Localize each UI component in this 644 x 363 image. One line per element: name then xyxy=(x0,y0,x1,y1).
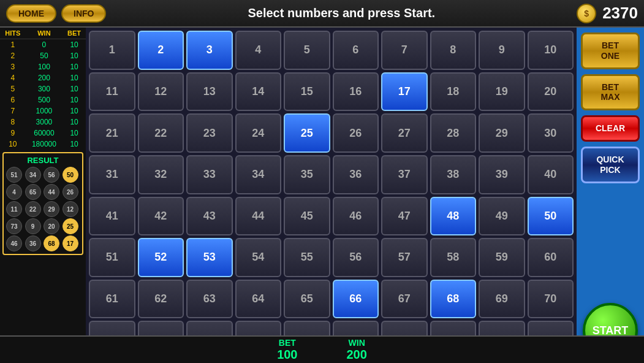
bet-display: BET 100 xyxy=(277,338,297,362)
number-cell-53[interactable]: 53 xyxy=(186,238,233,277)
number-cell-10[interactable]: 10 xyxy=(528,31,574,70)
hits-table: HITS WIN BET 101025010310010420010530010… xyxy=(0,28,86,150)
result-title: RESULT xyxy=(6,156,80,165)
number-cell-63[interactable]: 63 xyxy=(186,280,233,319)
number-cell-38[interactable]: 38 xyxy=(430,155,477,194)
bet-max-button[interactable]: BETMAX xyxy=(581,74,640,111)
number-cell-37[interactable]: 37 xyxy=(381,155,428,194)
table-row: 310010 xyxy=(0,61,86,72)
number-cell-32[interactable]: 32 xyxy=(138,155,184,194)
number-cell-35[interactable]: 35 xyxy=(284,155,330,194)
score-area: $ 2370 xyxy=(577,4,638,23)
number-cell-54[interactable]: 54 xyxy=(235,238,282,277)
number-cell-50[interactable]: 50 xyxy=(528,197,574,236)
number-cell-68[interactable]: 68 xyxy=(430,280,477,319)
number-cell-6[interactable]: 6 xyxy=(333,31,379,70)
number-cell-58[interactable]: 58 xyxy=(430,238,477,277)
table-row: 25010 xyxy=(0,50,86,61)
number-cell-36[interactable]: 36 xyxy=(333,155,379,194)
number-cell-3[interactable]: 3 xyxy=(186,31,233,70)
result-cell: 22 xyxy=(25,201,41,217)
number-cell-33[interactable]: 33 xyxy=(186,155,233,194)
table-row: 420010 xyxy=(0,72,86,83)
number-cell-13[interactable]: 13 xyxy=(186,72,233,112)
number-cell-59[interactable]: 59 xyxy=(479,238,525,277)
home-button[interactable]: HOME xyxy=(6,4,56,23)
number-cell-4[interactable]: 4 xyxy=(235,31,282,70)
bet-col-header: BET xyxy=(63,28,86,39)
number-cell-56[interactable]: 56 xyxy=(333,238,379,277)
number-cell-64[interactable]: 64 xyxy=(235,280,282,319)
number-cell-57[interactable]: 57 xyxy=(381,238,428,277)
number-cell-48[interactable]: 48 xyxy=(430,197,477,236)
number-cell-2[interactable]: 2 xyxy=(138,31,184,70)
number-cell-26[interactable]: 26 xyxy=(333,113,379,153)
number-cell-27[interactable]: 27 xyxy=(381,113,428,153)
table-row: 7100010 xyxy=(0,105,86,117)
nav-buttons: HOME INFO xyxy=(6,4,106,23)
number-cell-67[interactable]: 67 xyxy=(381,280,428,319)
table-row: 96000010 xyxy=(0,128,86,139)
number-cell-41[interactable]: 41 xyxy=(89,197,135,236)
main-content: HITS WIN BET 101025010310010420010530010… xyxy=(0,28,644,363)
number-cell-11[interactable]: 11 xyxy=(89,72,135,112)
result-cell: 56 xyxy=(44,167,59,183)
number-cell-25[interactable]: 25 xyxy=(284,113,330,153)
number-cell-15[interactable]: 15 xyxy=(284,72,330,112)
number-cell-51[interactable]: 51 xyxy=(89,238,135,277)
number-cell-31[interactable]: 31 xyxy=(89,155,135,194)
result-cell: 73 xyxy=(6,218,22,234)
number-cell-22[interactable]: 22 xyxy=(138,113,184,153)
number-cell-29[interactable]: 29 xyxy=(479,113,525,153)
result-cell: 46 xyxy=(6,235,22,251)
result-cell: 17 xyxy=(63,235,78,251)
number-cell-14[interactable]: 14 xyxy=(235,72,282,112)
number-cell-19[interactable]: 19 xyxy=(479,72,525,112)
number-cell-44[interactable]: 44 xyxy=(235,197,282,236)
number-cell-24[interactable]: 24 xyxy=(235,113,282,153)
number-cell-28[interactable]: 28 xyxy=(430,113,477,153)
number-cell-12[interactable]: 12 xyxy=(138,72,184,112)
bet-one-button[interactable]: BETONE xyxy=(581,32,640,69)
table-row: 1010 xyxy=(0,39,86,51)
number-cell-18[interactable]: 18 xyxy=(430,72,477,112)
number-cell-65[interactable]: 65 xyxy=(284,280,330,319)
number-cell-61[interactable]: 61 xyxy=(89,280,135,319)
number-cell-40[interactable]: 40 xyxy=(528,155,574,194)
number-cell-52[interactable]: 52 xyxy=(138,238,184,277)
number-cell-69[interactable]: 69 xyxy=(479,280,525,319)
number-cell-70[interactable]: 70 xyxy=(528,280,574,319)
info-button[interactable]: INFO xyxy=(61,4,106,23)
clear-button[interactable]: CLEAR xyxy=(581,115,640,142)
number-cell-23[interactable]: 23 xyxy=(186,113,233,153)
number-cell-5[interactable]: 5 xyxy=(284,31,330,70)
number-cell-43[interactable]: 43 xyxy=(186,197,233,236)
page-title: Select numbers and press Start. xyxy=(106,6,577,20)
number-cell-39[interactable]: 39 xyxy=(479,155,525,194)
table-row: 1018000010 xyxy=(0,139,86,150)
number-cell-62[interactable]: 62 xyxy=(138,280,184,319)
quick-pick-button[interactable]: QUICKPICK xyxy=(581,147,640,183)
number-cell-46[interactable]: 46 xyxy=(333,197,379,236)
number-cell-66[interactable]: 66 xyxy=(333,280,379,319)
number-cell-47[interactable]: 47 xyxy=(381,197,428,236)
number-cell-21[interactable]: 21 xyxy=(89,113,135,153)
number-cell-49[interactable]: 49 xyxy=(479,197,525,236)
number-cell-60[interactable]: 60 xyxy=(528,238,574,277)
number-cell-8[interactable]: 8 xyxy=(430,31,477,70)
number-cell-16[interactable]: 16 xyxy=(333,72,379,112)
number-cell-9[interactable]: 9 xyxy=(479,31,525,70)
number-cell-20[interactable]: 20 xyxy=(528,72,574,112)
number-cell-7[interactable]: 7 xyxy=(381,31,428,70)
number-cell-55[interactable]: 55 xyxy=(284,238,330,277)
number-cell-30[interactable]: 30 xyxy=(528,113,574,153)
result-cell: 25 xyxy=(63,218,78,234)
number-cell-17[interactable]: 17 xyxy=(381,72,428,112)
result-panel: RESULT 513456504654426112229127392025463… xyxy=(2,152,83,255)
result-cell: 44 xyxy=(44,184,59,200)
number-cell-1[interactable]: 1 xyxy=(89,31,135,70)
number-cell-45[interactable]: 45 xyxy=(284,197,330,236)
win-value: 200 xyxy=(347,348,367,362)
number-cell-42[interactable]: 42 xyxy=(138,197,184,236)
number-cell-34[interactable]: 34 xyxy=(235,155,282,194)
